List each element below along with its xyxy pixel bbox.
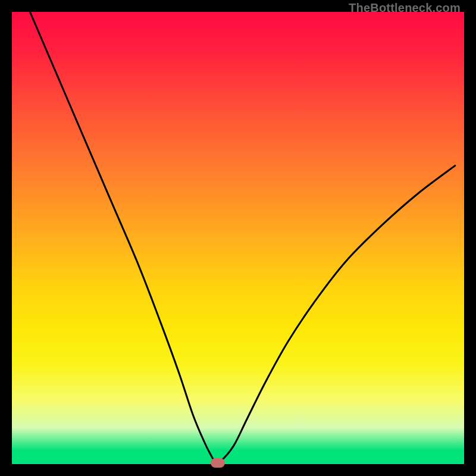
- plot-area: [12, 12, 464, 464]
- optimum-marker: [211, 458, 225, 468]
- curve-path: [30, 12, 455, 464]
- chart-frame: TheBottleneck.com: [0, 0, 476, 476]
- curve-svg: [12, 12, 464, 464]
